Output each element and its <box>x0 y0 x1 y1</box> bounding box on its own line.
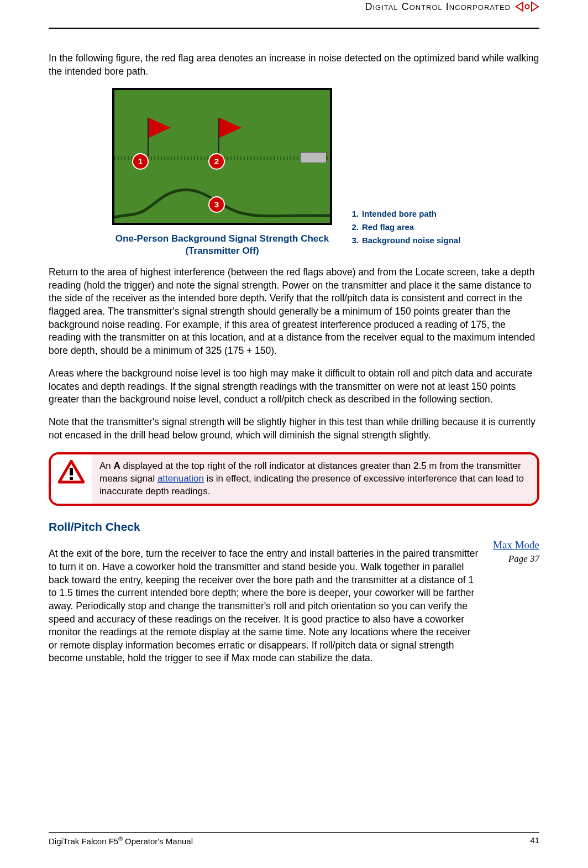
max-mode-link[interactable]: Max Mode <box>493 539 539 551</box>
callout-1: 1 <box>132 153 149 170</box>
attenuation-link[interactable]: attenuation <box>158 473 204 484</box>
svg-rect-2 <box>70 477 73 480</box>
footer-page-number: 41 <box>530 835 539 847</box>
footer-manual-title: DigiTrak Falcon F5® Operator's Manual <box>49 835 193 847</box>
callout-3: 3 <box>208 196 225 213</box>
section-heading-rollpitch: Roll/Pitch Check <box>49 519 539 535</box>
paragraph-areas: Areas where the background noise level i… <box>49 367 539 406</box>
warning-callout: An A displayed at the top right of the r… <box>49 452 539 506</box>
figure-caption: One-Person Background Signal Strength Ch… <box>112 233 332 257</box>
company-name: Digital Control Incorporated <box>365 0 511 13</box>
company-logo <box>515 1 539 13</box>
svg-point-0 <box>526 5 529 9</box>
callout-2: 2 <box>208 153 225 170</box>
paragraph-rollpitch: At the exit of the bore, turn the receiv… <box>49 547 480 665</box>
warning-text: An A displayed at the top right of the r… <box>92 454 537 504</box>
warning-icon <box>58 460 85 488</box>
svg-rect-1 <box>70 468 73 475</box>
figure-legend: 1.Intended bore path 2.Red flag area 3.B… <box>349 207 460 247</box>
page-ref: Page 37 <box>508 553 539 564</box>
paragraph-return: Return to the area of highest interferen… <box>49 266 539 357</box>
paragraph-note: Note that the transmitter's signal stren… <box>49 416 539 442</box>
figure-signal-check: 1 2 3 <box>112 88 332 225</box>
intro-paragraph: In the following figure, the red flag ar… <box>49 52 539 78</box>
